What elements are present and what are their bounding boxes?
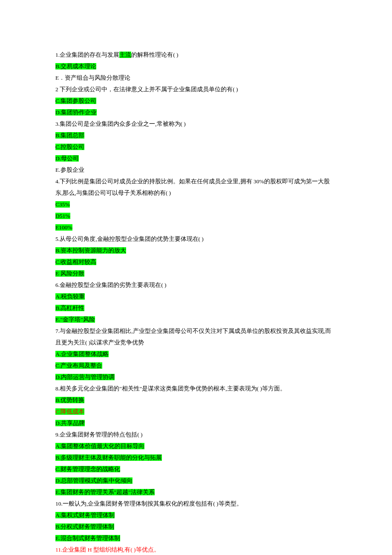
stem-part: 的解释性理论有( ): [131, 52, 178, 58]
option-text: A.企业集团整体战略: [55, 351, 109, 357]
option-text: A.税负较重: [55, 293, 85, 300]
answer-option: C.财务管理理念的战略化: [55, 463, 337, 475]
option-text: E.集团财务的管理关系"超越"法律关系: [55, 489, 155, 495]
option-text: C35%: [55, 201, 70, 208]
answer-option: D51%: [55, 210, 337, 222]
option-text: D.集团协作企业: [55, 109, 97, 116]
stem-text: 3.集团公司是企业集团内众多企业之一,常被称为( ): [55, 121, 186, 127]
stem-text: 10.一般认为,企业集团财务管理体制按其集权化的程度包括有( )等类型。: [55, 500, 242, 507]
option-text: E．资产组合与风险分散理论: [55, 75, 130, 81]
answer-option: A.企业集团整体战略: [55, 348, 337, 360]
answer-option: B.高杠杆性: [55, 302, 337, 314]
answer-option: D.内部运营与管理协调: [55, 371, 337, 383]
answer-option: A.税负较重: [55, 291, 337, 302]
option-text: B.集团总部: [55, 132, 84, 139]
answer-option: B.多级理财主体及财务职能的分化与拓展: [55, 452, 337, 463]
answer-option: A.集团整体价值最大化的目标导向: [55, 440, 337, 452]
question-stem: 5.从母公司角度,金融控股型企业集团的优势主要体现在( ): [55, 233, 337, 245]
option-text: C.产业布局及整合: [55, 362, 102, 369]
option-text: A.集权式财务管理体制: [55, 512, 115, 518]
option-text: B.交易成本理论: [55, 63, 96, 69]
option-text: D.内部运营与管理协调: [55, 374, 115, 380]
stem-text: 11.企业集团 H 型组织结构,有( )等优点。: [55, 546, 160, 553]
answer-option: E.集团财务的管理关系"超越"法律关系: [55, 486, 337, 498]
stem-text: 6.金融控股型企业集团的劣势主要表现在( ): [55, 282, 167, 288]
option-text: E100%: [55, 224, 72, 231]
stem-part: 1.企业集团的存在与发展: [55, 52, 119, 58]
answer-option: C.产业布局及整合: [55, 360, 337, 371]
answer-option: C.降低成本: [55, 406, 337, 417]
stem-text: 8.相关多元化企业集团的"相关性"是谋求这类集团竞争优势的根本,主要表现为( )…: [55, 385, 286, 392]
stem-text: 2 下列企业或公司中，在法律意义上并不属于企业集团成员单位的有( ): [55, 86, 238, 92]
stem-text: 5.从母公司角度,金融控股型企业集团的优势主要体现在( ): [55, 236, 204, 242]
answer-option: E 风险分散: [55, 268, 337, 279]
option-text: C.集团参股公司: [55, 98, 96, 104]
question-stem: 1.企业集团的存在与发展主流的解释性理论有( ): [55, 49, 337, 61]
answer-option: E."金字塔"风险: [55, 314, 337, 325]
answer-option: B.资本控制资源能力的放大: [55, 245, 337, 256]
answer-option: C.集团参股公司: [55, 95, 337, 107]
option-text: D.母公司: [55, 155, 79, 162]
option-text: A.集团整体价值最大化的目标导向: [55, 443, 144, 449]
option-text: B.分权式财务管理体制: [55, 523, 114, 530]
answer-option: D.总部管理模式的集中化倾向: [55, 475, 337, 486]
question-stem: 6.金融控股型企业集团的劣势主要表现在( ): [55, 279, 337, 291]
answer-option: A.集权式财务管理体制: [55, 509, 337, 521]
answer-option: C.收益相对较高: [55, 256, 337, 268]
question-stem: 2 下列企业或公司中，在法律意义上并不属于企业集团成员单位的有( ): [55, 84, 337, 95]
option-text: C.收益相对较高: [55, 259, 96, 265]
option-text: B.高杠杆性: [55, 305, 84, 311]
option-text: B.多级理财主体及财务职能的分化与拓展: [55, 454, 162, 461]
question-stem: 4.下列比例是集团公司对成员企业的持股比例。如果在任何成员企业里,拥有 30%的…: [55, 176, 337, 199]
stem-text: 7.与金融控股型企业集团相比,产业型企业集团母公司不仅关注对下属成员单位的股权投…: [55, 328, 331, 346]
answer-option: B.分权式财务管理体制: [55, 521, 337, 532]
question-stem: 10.一般认为,企业集团财务管理体制按其集权化的程度包括有( )等类型。: [55, 498, 337, 509]
option-text: D.总部管理模式的集中化倾向: [55, 477, 133, 484]
option-text: C.降低成本: [55, 408, 84, 415]
answer-option: D.母公司: [55, 153, 337, 164]
answer-option: B.交易成本理论: [55, 61, 337, 72]
option-text: E 风险分散: [55, 270, 84, 277]
question-stem: 9.企业集团财务管理的特点包括( ): [55, 429, 337, 440]
question-stem: 3.集团公司是企业集团内众多企业之一,常被称为( ): [55, 118, 337, 130]
option-text: E."金字塔"风险: [55, 316, 95, 323]
option-text: D51%: [55, 213, 70, 219]
answer-option: C35%: [55, 199, 337, 210]
answer-option: B.集团总部: [55, 130, 337, 141]
answer-option: D.共享品牌: [55, 417, 337, 429]
stem-text: 9.企业集团财务管理的特点包括( ): [55, 431, 143, 438]
question-stem: 11.企业集团 H 型组织结构,有( )等优点。: [55, 544, 337, 555]
option-text: E.参股企业: [55, 167, 84, 173]
document-page: 1.企业集团的存在与发展主流的解释性理论有( )B.交易成本理论E．资产组合与风…: [0, 0, 392, 555]
answer-option: B.优势转换: [55, 394, 337, 406]
option-text: B.资本控制资源能力的放大: [55, 247, 126, 254]
option-text: D.共享品牌: [55, 420, 85, 426]
option-text: E.混合制式财务管理体制: [55, 535, 120, 541]
question-stem: 8.相关多元化企业集团的"相关性"是谋求这类集团竞争优势的根本,主要表现为( )…: [55, 383, 337, 394]
answer-option: E.混合制式财务管理体制: [55, 532, 337, 544]
option-text: B.优势转换: [55, 397, 84, 403]
option-text: C.控股公司: [55, 144, 84, 150]
stem-text: 4.下列比例是集团公司对成员企业的持股比例。如果在任何成员企业里,拥有 30%的…: [55, 178, 330, 196]
answer-option: E.参股企业: [55, 164, 337, 176]
stem-part: 主流: [119, 52, 131, 58]
answer-option: E100%: [55, 222, 337, 233]
answer-option: E．资产组合与风险分散理论: [55, 72, 337, 84]
option-text: C.财务管理理念的战略化: [55, 466, 120, 472]
question-stem: 7.与金融控股型企业集团相比,产业型企业集团母公司不仅关注对下属成员单位的股权投…: [55, 325, 337, 348]
answer-option: D.集团协作企业: [55, 107, 337, 118]
answer-option: C.控股公司: [55, 141, 337, 153]
